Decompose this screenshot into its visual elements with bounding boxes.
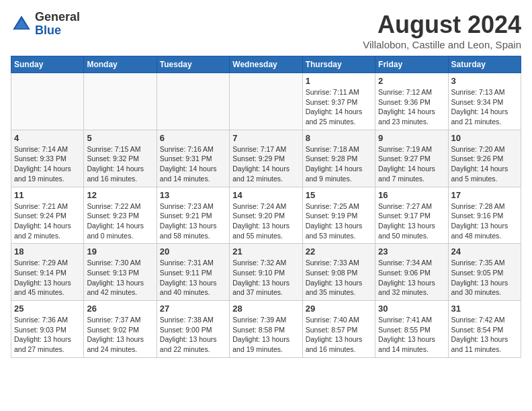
calendar-day-cell: 26Sunrise: 7:37 AM Sunset: 9:02 PM Dayli… — [84, 301, 157, 358]
day-info: Sunrise: 7:15 AM Sunset: 9:32 PM Dayligh… — [87, 144, 153, 184]
day-info: Sunrise: 7:40 AM Sunset: 8:57 PM Dayligh… — [306, 315, 372, 355]
day-info: Sunrise: 7:22 AM Sunset: 9:23 PM Dayligh… — [87, 201, 153, 241]
day-info: Sunrise: 7:13 AM Sunset: 9:34 PM Dayligh… — [451, 87, 518, 127]
weekday-header: Tuesday — [157, 56, 229, 73]
calendar-day-cell: 11Sunrise: 7:21 AM Sunset: 9:24 PM Dayli… — [11, 187, 84, 244]
day-number: 3 — [451, 76, 518, 86]
day-number: 31 — [451, 304, 518, 314]
calendar-day-cell: 3Sunrise: 7:13 AM Sunset: 9:34 PM Daylig… — [448, 73, 521, 130]
day-info: Sunrise: 7:37 AM Sunset: 9:02 PM Dayligh… — [87, 315, 153, 355]
calendar-day-cell: 12Sunrise: 7:22 AM Sunset: 9:23 PM Dayli… — [84, 187, 157, 244]
day-info: Sunrise: 7:38 AM Sunset: 9:00 PM Dayligh… — [160, 315, 226, 355]
day-info: Sunrise: 7:33 AM Sunset: 9:08 PM Dayligh… — [306, 258, 372, 298]
day-info: Sunrise: 7:20 AM Sunset: 9:26 PM Dayligh… — [451, 144, 518, 184]
day-number: 20 — [160, 246, 226, 257]
day-number: 28 — [232, 304, 299, 314]
day-info: Sunrise: 7:30 AM Sunset: 9:13 PM Dayligh… — [87, 258, 153, 298]
day-info: Sunrise: 7:36 AM Sunset: 9:03 PM Dayligh… — [14, 315, 81, 355]
calendar-day-cell: 28Sunrise: 7:39 AM Sunset: 8:58 PM Dayli… — [230, 301, 302, 358]
day-number: 26 — [87, 304, 153, 314]
weekday-header: Saturday — [448, 56, 521, 73]
calendar-day-cell — [84, 73, 157, 130]
calendar-header-row: SundayMondayTuesdayWednesdayThursdayFrid… — [11, 56, 521, 73]
weekday-header: Monday — [84, 56, 157, 73]
day-number: 29 — [306, 304, 372, 314]
calendar-day-cell: 5Sunrise: 7:15 AM Sunset: 9:32 PM Daylig… — [84, 130, 157, 187]
day-number: 25 — [14, 304, 81, 314]
day-number: 16 — [378, 190, 445, 200]
calendar-day-cell: 13Sunrise: 7:23 AM Sunset: 9:21 PM Dayli… — [157, 187, 229, 244]
day-number: 14 — [232, 190, 299, 200]
calendar-week-row: 11Sunrise: 7:21 AM Sunset: 9:24 PM Dayli… — [11, 187, 521, 244]
weekday-header: Friday — [375, 56, 448, 73]
day-info: Sunrise: 7:32 AM Sunset: 9:10 PM Dayligh… — [232, 258, 299, 298]
calendar-day-cell: 7Sunrise: 7:17 AM Sunset: 9:29 PM Daylig… — [230, 130, 302, 187]
page-header: General Blue August 2024 Villalobon, Cas… — [11, 11, 521, 50]
day-info: Sunrise: 7:17 AM Sunset: 9:29 PM Dayligh… — [232, 144, 299, 184]
calendar-day-cell: 4Sunrise: 7:14 AM Sunset: 9:33 PM Daylig… — [11, 130, 84, 187]
logo: General Blue — [11, 11, 80, 38]
day-info: Sunrise: 7:31 AM Sunset: 9:11 PM Dayligh… — [160, 258, 226, 298]
calendar-week-row: 4Sunrise: 7:14 AM Sunset: 9:33 PM Daylig… — [11, 130, 521, 187]
calendar-day-cell — [157, 73, 229, 130]
day-number: 23 — [378, 246, 445, 257]
day-number: 6 — [160, 133, 226, 143]
day-number: 13 — [160, 190, 226, 200]
weekday-header: Thursday — [302, 56, 375, 73]
day-info: Sunrise: 7:39 AM Sunset: 8:58 PM Dayligh… — [232, 315, 299, 355]
day-info: Sunrise: 7:21 AM Sunset: 9:24 PM Dayligh… — [14, 201, 81, 241]
day-number: 18 — [14, 246, 81, 257]
weekday-header: Wednesday — [230, 56, 302, 73]
day-number: 5 — [87, 133, 153, 143]
calendar-day-cell: 21Sunrise: 7:32 AM Sunset: 9:10 PM Dayli… — [230, 244, 302, 301]
calendar-day-cell — [11, 73, 84, 130]
calendar-day-cell: 10Sunrise: 7:20 AM Sunset: 9:26 PM Dayli… — [448, 130, 521, 187]
day-number: 8 — [306, 133, 372, 143]
day-number: 24 — [451, 246, 518, 257]
calendar-day-cell: 16Sunrise: 7:27 AM Sunset: 9:17 PM Dayli… — [375, 187, 448, 244]
calendar-day-cell: 14Sunrise: 7:24 AM Sunset: 9:20 PM Dayli… — [230, 187, 302, 244]
title-block: August 2024 Villalobon, Castille and Leo… — [363, 11, 521, 50]
day-info: Sunrise: 7:28 AM Sunset: 9:16 PM Dayligh… — [451, 201, 518, 241]
month-title: August 2024 — [363, 11, 521, 39]
day-number: 2 — [378, 76, 445, 86]
day-number: 10 — [451, 133, 518, 143]
calendar-day-cell: 25Sunrise: 7:36 AM Sunset: 9:03 PM Dayli… — [11, 301, 84, 358]
day-number: 4 — [14, 133, 81, 143]
day-number: 21 — [232, 246, 299, 257]
day-number: 27 — [160, 304, 226, 314]
day-info: Sunrise: 7:24 AM Sunset: 9:20 PM Dayligh… — [232, 201, 299, 241]
calendar-day-cell — [230, 73, 302, 130]
day-number: 9 — [378, 133, 445, 143]
calendar-day-cell: 20Sunrise: 7:31 AM Sunset: 9:11 PM Dayli… — [157, 244, 229, 301]
day-info: Sunrise: 7:29 AM Sunset: 9:14 PM Dayligh… — [14, 258, 81, 298]
calendar-table: SundayMondayTuesdayWednesdayThursdayFrid… — [11, 56, 521, 358]
location-title: Villalobon, Castille and Leon, Spain — [363, 39, 521, 50]
calendar-day-cell: 19Sunrise: 7:30 AM Sunset: 9:13 PM Dayli… — [84, 244, 157, 301]
logo-general-text: General — [35, 10, 80, 24]
day-number: 7 — [232, 133, 299, 143]
day-number: 12 — [87, 190, 153, 200]
calendar-day-cell: 1Sunrise: 7:11 AM Sunset: 9:37 PM Daylig… — [302, 73, 375, 130]
day-info: Sunrise: 7:11 AM Sunset: 9:37 PM Dayligh… — [306, 87, 372, 127]
calendar-week-row: 1Sunrise: 7:11 AM Sunset: 9:37 PM Daylig… — [11, 73, 521, 130]
day-number: 30 — [378, 304, 445, 314]
calendar-day-cell: 23Sunrise: 7:34 AM Sunset: 9:06 PM Dayli… — [375, 244, 448, 301]
day-info: Sunrise: 7:16 AM Sunset: 9:31 PM Dayligh… — [160, 144, 226, 184]
calendar-day-cell: 22Sunrise: 7:33 AM Sunset: 9:08 PM Dayli… — [302, 244, 375, 301]
day-info: Sunrise: 7:12 AM Sunset: 9:36 PM Dayligh… — [378, 87, 445, 127]
day-info: Sunrise: 7:27 AM Sunset: 9:17 PM Dayligh… — [378, 201, 445, 241]
calendar-day-cell: 27Sunrise: 7:38 AM Sunset: 9:00 PM Dayli… — [157, 301, 229, 358]
day-info: Sunrise: 7:34 AM Sunset: 9:06 PM Dayligh… — [378, 258, 445, 298]
calendar-day-cell: 2Sunrise: 7:12 AM Sunset: 9:36 PM Daylig… — [375, 73, 448, 130]
day-number: 22 — [306, 246, 372, 257]
day-info: Sunrise: 7:14 AM Sunset: 9:33 PM Dayligh… — [14, 144, 81, 184]
day-number: 1 — [306, 76, 372, 86]
day-info: Sunrise: 7:35 AM Sunset: 9:05 PM Dayligh… — [451, 258, 518, 298]
logo-blue-text: Blue — [35, 24, 61, 37]
calendar-week-row: 18Sunrise: 7:29 AM Sunset: 9:14 PM Dayli… — [11, 244, 521, 301]
day-number: 17 — [451, 190, 518, 200]
day-info: Sunrise: 7:42 AM Sunset: 8:54 PM Dayligh… — [451, 315, 518, 355]
weekday-header: Sunday — [11, 56, 84, 73]
calendar-day-cell: 18Sunrise: 7:29 AM Sunset: 9:14 PM Dayli… — [11, 244, 84, 301]
